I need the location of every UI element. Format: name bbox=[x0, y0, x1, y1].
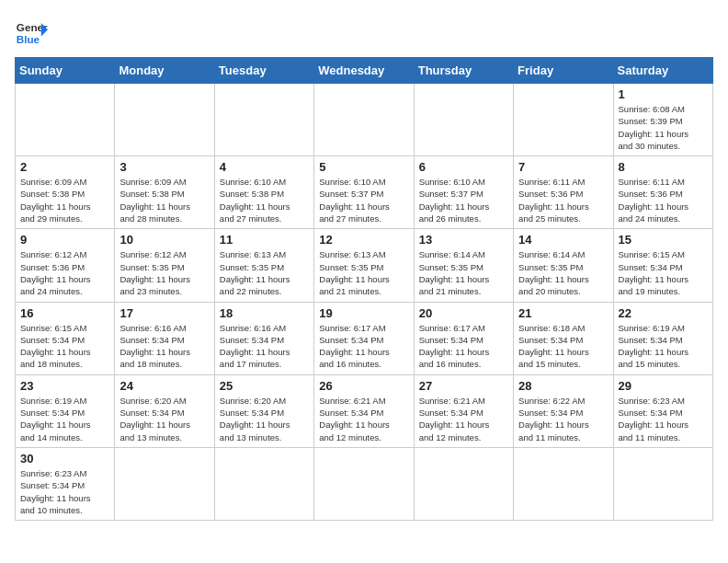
calendar-cell: 22Sunrise: 6:19 AM Sunset: 5:34 PM Dayli… bbox=[613, 302, 712, 374]
calendar-cell: 19Sunrise: 6:17 AM Sunset: 5:34 PM Dayli… bbox=[314, 302, 414, 374]
cell-info: Sunrise: 6:14 AM Sunset: 5:35 PM Dayligh… bbox=[518, 248, 608, 297]
calendar-cell: 17Sunrise: 6:16 AM Sunset: 5:34 PM Dayli… bbox=[115, 302, 214, 374]
calendar-cell bbox=[314, 84, 414, 156]
day-number: 18 bbox=[220, 306, 309, 320]
week-row-5: 23Sunrise: 6:19 AM Sunset: 5:34 PM Dayli… bbox=[16, 374, 713, 447]
cell-info: Sunrise: 6:23 AM Sunset: 5:34 PM Dayligh… bbox=[619, 395, 708, 443]
calendar-cell: 18Sunrise: 6:16 AM Sunset: 5:34 PM Dayli… bbox=[214, 302, 313, 374]
day-number: 2 bbox=[20, 160, 109, 174]
calendar-cell: 26Sunrise: 6:21 AM Sunset: 5:34 PM Dayli… bbox=[314, 374, 414, 447]
calendar-cell: 16Sunrise: 6:15 AM Sunset: 5:34 PM Dayli… bbox=[16, 302, 115, 374]
cell-info: Sunrise: 6:09 AM Sunset: 5:38 PM Dayligh… bbox=[20, 176, 109, 224]
calendar-cell: 3Sunrise: 6:09 AM Sunset: 5:38 PM Daylig… bbox=[115, 156, 214, 229]
day-number: 23 bbox=[20, 379, 109, 393]
cell-info: Sunrise: 6:10 AM Sunset: 5:38 PM Dayligh… bbox=[220, 176, 309, 224]
cell-info: Sunrise: 6:11 AM Sunset: 5:36 PM Dayligh… bbox=[619, 176, 708, 224]
day-number: 26 bbox=[319, 379, 408, 393]
calendar-cell bbox=[514, 84, 613, 156]
calendar-cell: 2Sunrise: 6:09 AM Sunset: 5:38 PM Daylig… bbox=[16, 156, 115, 229]
calendar-cell: 23Sunrise: 6:19 AM Sunset: 5:34 PM Dayli… bbox=[16, 374, 115, 447]
week-row-1: 1Sunrise: 6:08 AM Sunset: 5:39 PM Daylig… bbox=[16, 84, 713, 156]
svg-text:Blue: Blue bbox=[17, 33, 40, 45]
day-number: 20 bbox=[419, 306, 508, 320]
calendar-cell: 11Sunrise: 6:13 AM Sunset: 5:35 PM Dayli… bbox=[214, 229, 313, 302]
calendar-cell: 5Sunrise: 6:10 AM Sunset: 5:37 PM Daylig… bbox=[314, 156, 414, 229]
cell-info: Sunrise: 6:18 AM Sunset: 5:34 PM Dayligh… bbox=[518, 322, 608, 371]
day-number: 14 bbox=[518, 233, 608, 247]
weekday-header-saturday: Saturday bbox=[613, 58, 712, 84]
calendar-cell: 24Sunrise: 6:20 AM Sunset: 5:34 PM Dayli… bbox=[115, 374, 214, 447]
day-number: 8 bbox=[619, 160, 708, 174]
week-row-4: 16Sunrise: 6:15 AM Sunset: 5:34 PM Dayli… bbox=[16, 302, 713, 374]
calendar-cell bbox=[414, 447, 513, 520]
day-number: 10 bbox=[119, 233, 209, 247]
calendar-cell: 27Sunrise: 6:21 AM Sunset: 5:34 PM Dayli… bbox=[414, 374, 513, 447]
weekday-header-sunday: Sunday bbox=[16, 58, 115, 84]
cell-info: Sunrise: 6:21 AM Sunset: 5:34 PM Dayligh… bbox=[419, 395, 508, 443]
day-number: 11 bbox=[220, 233, 309, 247]
calendar-cell: 20Sunrise: 6:17 AM Sunset: 5:34 PM Dayli… bbox=[414, 302, 513, 374]
day-number: 22 bbox=[619, 306, 708, 320]
day-number: 25 bbox=[220, 379, 309, 393]
calendar-cell bbox=[514, 447, 613, 520]
calendar-cell: 14Sunrise: 6:14 AM Sunset: 5:35 PM Dayli… bbox=[514, 229, 613, 302]
weekday-header-thursday: Thursday bbox=[414, 58, 513, 84]
day-number: 16 bbox=[20, 306, 109, 320]
calendar-cell bbox=[214, 447, 313, 520]
day-number: 4 bbox=[220, 160, 309, 174]
weekday-header-monday: Monday bbox=[115, 58, 214, 84]
day-number: 27 bbox=[419, 379, 508, 393]
cell-info: Sunrise: 6:17 AM Sunset: 5:34 PM Dayligh… bbox=[319, 322, 408, 371]
weekday-header-friday: Friday bbox=[514, 58, 613, 84]
day-number: 9 bbox=[20, 233, 109, 247]
cell-info: Sunrise: 6:08 AM Sunset: 5:39 PM Dayligh… bbox=[619, 103, 708, 152]
cell-info: Sunrise: 6:10 AM Sunset: 5:37 PM Dayligh… bbox=[419, 176, 508, 224]
calendar-table: SundayMondayTuesdayWednesdayThursdayFrid… bbox=[15, 57, 713, 521]
calendar-cell: 6Sunrise: 6:10 AM Sunset: 5:37 PM Daylig… bbox=[414, 156, 513, 229]
calendar-cell bbox=[16, 84, 115, 156]
cell-info: Sunrise: 6:15 AM Sunset: 5:34 PM Dayligh… bbox=[619, 248, 708, 297]
cell-info: Sunrise: 6:19 AM Sunset: 5:34 PM Dayligh… bbox=[619, 322, 708, 371]
page-header: General Blue bbox=[15, 15, 713, 48]
week-row-6: 30Sunrise: 6:23 AM Sunset: 5:34 PM Dayli… bbox=[16, 447, 713, 520]
calendar-cell bbox=[115, 84, 214, 156]
logo-icon: General Blue bbox=[15, 15, 48, 48]
calendar-cell: 30Sunrise: 6:23 AM Sunset: 5:34 PM Dayli… bbox=[16, 447, 115, 520]
day-number: 19 bbox=[319, 306, 408, 320]
cell-info: Sunrise: 6:09 AM Sunset: 5:38 PM Dayligh… bbox=[119, 176, 209, 224]
week-row-2: 2Sunrise: 6:09 AM Sunset: 5:38 PM Daylig… bbox=[16, 156, 713, 229]
calendar-cell: 25Sunrise: 6:20 AM Sunset: 5:34 PM Dayli… bbox=[214, 374, 313, 447]
cell-info: Sunrise: 6:20 AM Sunset: 5:34 PM Dayligh… bbox=[220, 395, 309, 443]
calendar-cell: 1Sunrise: 6:08 AM Sunset: 5:39 PM Daylig… bbox=[613, 84, 712, 156]
cell-info: Sunrise: 6:12 AM Sunset: 5:36 PM Dayligh… bbox=[20, 248, 109, 297]
cell-info: Sunrise: 6:13 AM Sunset: 5:35 PM Dayligh… bbox=[220, 248, 309, 297]
calendar-cell: 28Sunrise: 6:22 AM Sunset: 5:34 PM Dayli… bbox=[514, 374, 613, 447]
day-number: 1 bbox=[619, 87, 708, 101]
calendar-cell bbox=[414, 84, 513, 156]
calendar-cell: 7Sunrise: 6:11 AM Sunset: 5:36 PM Daylig… bbox=[514, 156, 613, 229]
day-number: 30 bbox=[20, 452, 109, 465]
day-number: 13 bbox=[419, 233, 508, 247]
cell-info: Sunrise: 6:22 AM Sunset: 5:34 PM Dayligh… bbox=[518, 395, 608, 443]
cell-info: Sunrise: 6:15 AM Sunset: 5:34 PM Dayligh… bbox=[20, 322, 109, 371]
day-number: 21 bbox=[518, 306, 608, 320]
cell-info: Sunrise: 6:11 AM Sunset: 5:36 PM Dayligh… bbox=[518, 176, 608, 224]
logo: General Blue bbox=[15, 15, 53, 48]
cell-info: Sunrise: 6:10 AM Sunset: 5:37 PM Dayligh… bbox=[319, 176, 408, 224]
calendar-cell: 12Sunrise: 6:13 AM Sunset: 5:35 PM Dayli… bbox=[314, 229, 414, 302]
day-number: 6 bbox=[419, 160, 508, 174]
cell-info: Sunrise: 6:16 AM Sunset: 5:34 PM Dayligh… bbox=[119, 322, 209, 371]
calendar-cell: 10Sunrise: 6:12 AM Sunset: 5:35 PM Dayli… bbox=[115, 229, 214, 302]
day-number: 12 bbox=[319, 233, 408, 247]
calendar-cell: 21Sunrise: 6:18 AM Sunset: 5:34 PM Dayli… bbox=[514, 302, 613, 374]
day-number: 15 bbox=[619, 233, 708, 247]
weekday-header-tuesday: Tuesday bbox=[214, 58, 313, 84]
cell-info: Sunrise: 6:12 AM Sunset: 5:35 PM Dayligh… bbox=[119, 248, 209, 297]
calendar-cell: 13Sunrise: 6:14 AM Sunset: 5:35 PM Dayli… bbox=[414, 229, 513, 302]
day-number: 24 bbox=[119, 379, 209, 393]
calendar-cell: 9Sunrise: 6:12 AM Sunset: 5:36 PM Daylig… bbox=[16, 229, 115, 302]
day-number: 3 bbox=[119, 160, 209, 174]
day-number: 5 bbox=[319, 160, 408, 174]
cell-info: Sunrise: 6:23 AM Sunset: 5:34 PM Dayligh… bbox=[20, 467, 109, 516]
cell-info: Sunrise: 6:16 AM Sunset: 5:34 PM Dayligh… bbox=[220, 322, 309, 371]
